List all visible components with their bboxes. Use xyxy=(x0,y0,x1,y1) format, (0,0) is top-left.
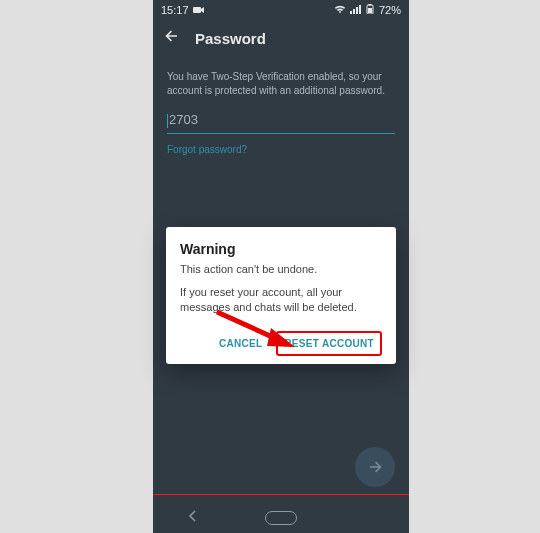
next-fab[interactable] xyxy=(355,447,395,487)
description-text: You have Two-Step Verification enabled, … xyxy=(167,70,395,98)
svg-rect-4 xyxy=(359,5,361,14)
svg-rect-0 xyxy=(193,7,201,13)
svg-rect-7 xyxy=(368,4,371,6)
svg-rect-3 xyxy=(356,7,358,14)
back-icon[interactable] xyxy=(163,27,181,50)
input-value: 2703 xyxy=(169,112,198,127)
forgot-password-link[interactable]: Forgot password? xyxy=(167,144,395,155)
app-bar: Password xyxy=(153,20,409,56)
svg-rect-6 xyxy=(368,8,372,13)
svg-rect-2 xyxy=(353,9,355,14)
camera-icon xyxy=(193,4,205,16)
password-input[interactable]: 2703 xyxy=(167,112,395,134)
nav-home-icon[interactable] xyxy=(265,511,297,525)
dialog-actions: CANCEL RESET ACCOUNT xyxy=(180,331,382,356)
dialog-message-1: This action can't be undone. xyxy=(180,263,382,275)
signal-icon xyxy=(350,4,361,16)
battery-icon xyxy=(365,4,375,16)
status-bar: 15:17 72% xyxy=(153,0,409,20)
reset-account-button[interactable]: RESET ACCOUNT xyxy=(276,331,382,356)
battery-percent: 72% xyxy=(379,4,401,16)
page-title: Password xyxy=(195,30,266,47)
navigation-bar xyxy=(153,503,409,533)
annotation-underline xyxy=(153,494,409,496)
dialog-title: Warning xyxy=(180,241,382,257)
wifi-icon xyxy=(334,4,346,16)
cancel-button[interactable]: CANCEL xyxy=(213,332,268,355)
dialog-message-2: If you reset your account, all your mess… xyxy=(180,285,382,315)
status-time: 15:17 xyxy=(161,4,189,16)
arrow-right-icon xyxy=(366,458,384,476)
warning-dialog: Warning This action can't be undone. If … xyxy=(166,227,396,364)
nav-back-icon[interactable] xyxy=(186,509,200,527)
svg-rect-1 xyxy=(350,11,352,14)
